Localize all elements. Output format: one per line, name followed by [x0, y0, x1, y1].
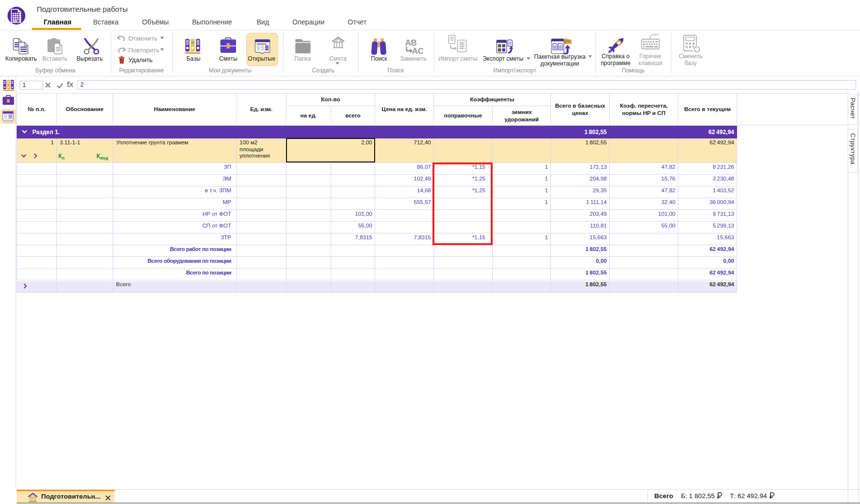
svg-text:AC: AC	[412, 46, 423, 56]
